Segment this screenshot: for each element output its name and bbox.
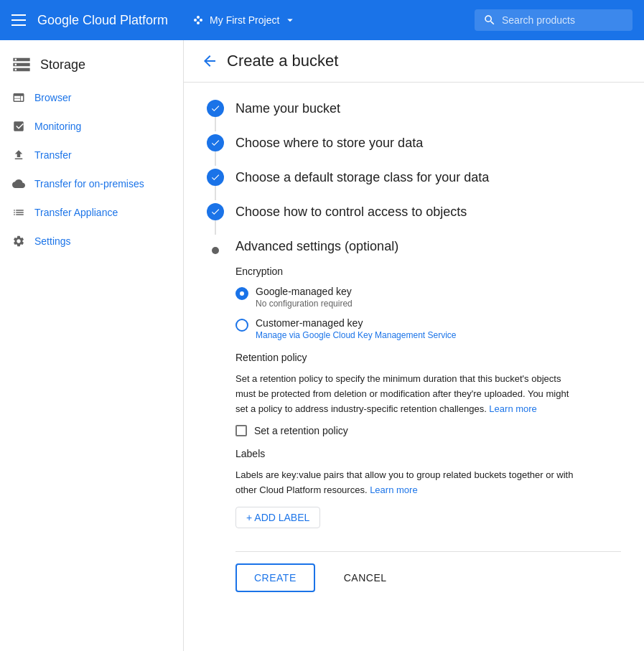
sidebar: Storage Browser Monitoring Transfer Tran bbox=[0, 40, 184, 651]
sidebar-item-browser[interactable]: Browser bbox=[0, 83, 183, 112]
retention-checkbox[interactable] bbox=[235, 425, 247, 436]
step-storage-class: Choose a default storage class for your … bbox=[207, 169, 621, 200]
radio-google-managed[interactable]: Google-managed key No configuration requ… bbox=[235, 286, 621, 309]
radio-customer-managed[interactable]: Customer-managed key Manage via Google C… bbox=[235, 317, 621, 340]
page-header: Create a bucket bbox=[184, 40, 644, 83]
list-icon bbox=[11, 205, 26, 220]
step-name-label[interactable]: Name your bucket bbox=[235, 100, 340, 116]
sidebar-item-browser-label: Browser bbox=[34, 92, 71, 103]
sidebar-item-transfer-on-premises-label: Transfer for on-premises bbox=[34, 178, 144, 189]
step-advanced-label[interactable]: Advanced settings (optional) bbox=[235, 238, 398, 254]
sidebar-item-transfer-appliance-label: Transfer Appliance bbox=[34, 207, 118, 218]
steps-area: Name your bucket Choose where to store y… bbox=[184, 83, 644, 609]
step-check-icon-3 bbox=[207, 169, 224, 186]
retention-checkbox-label: Set a retention policy bbox=[254, 425, 348, 436]
labels-learn-more-link[interactable]: Learn more bbox=[370, 484, 417, 495]
radio-google-managed-sublabel: No configuration required bbox=[256, 299, 353, 309]
storage-icon bbox=[11, 55, 32, 75]
chevron-down-icon bbox=[284, 14, 297, 27]
svg-point-2 bbox=[200, 19, 202, 22]
retention-desc: Set a retention policy to specify the mi… bbox=[235, 372, 580, 416]
retention-header: Retention policy bbox=[235, 352, 621, 363]
step-name: Name your bucket bbox=[207, 100, 621, 131]
sidebar-item-transfer[interactable]: Transfer bbox=[0, 141, 183, 169]
cloud-icon bbox=[11, 177, 26, 191]
step-advanced: Advanced settings (optional) bbox=[207, 238, 621, 254]
svg-point-3 bbox=[197, 22, 200, 24]
main-layout: Storage Browser Monitoring Transfer Tran bbox=[0, 40, 644, 651]
cancel-button[interactable]: CANCEL bbox=[327, 565, 404, 591]
sidebar-item-monitoring[interactable]: Monitoring bbox=[0, 112, 183, 141]
project-icon bbox=[191, 13, 205, 27]
search-icon bbox=[483, 14, 496, 27]
step-dot-icon-5 bbox=[212, 247, 219, 254]
step-location-label[interactable]: Choose where to store your data bbox=[235, 134, 423, 151]
page-title: Create a bucket bbox=[227, 52, 338, 70]
labels-header: Labels bbox=[235, 448, 621, 459]
sidebar-title: Storage bbox=[40, 57, 85, 72]
sidebar-item-transfer-label: Transfer bbox=[34, 149, 72, 161]
sidebar-item-settings-label: Settings bbox=[34, 235, 71, 247]
database-icon bbox=[11, 90, 26, 105]
action-bar: CREATE CANCEL bbox=[235, 551, 621, 592]
radio-customer-managed-input[interactable] bbox=[235, 319, 248, 332]
svg-point-0 bbox=[194, 19, 197, 22]
create-button[interactable]: CREATE bbox=[235, 563, 315, 592]
step-storage-class-label[interactable]: Choose a default storage class for your … bbox=[235, 169, 489, 185]
menu-icon[interactable] bbox=[11, 14, 26, 26]
step-location: Choose where to store your data bbox=[207, 134, 621, 166]
back-button[interactable] bbox=[201, 52, 218, 70]
add-label-btn-label: + ADD LABEL bbox=[246, 512, 309, 523]
step-check-icon-2 bbox=[207, 134, 224, 151]
step-check-icon-4 bbox=[207, 203, 224, 220]
gear-icon bbox=[11, 234, 26, 248]
main-content: Create a bucket Name your bucket bbox=[184, 40, 644, 651]
top-nav: Google Cloud Platform My First Project bbox=[0, 0, 644, 40]
sidebar-header: Storage bbox=[0, 46, 183, 83]
radio-customer-managed-sublabel: Manage via Google Cloud Key Management S… bbox=[256, 330, 457, 340]
sidebar-item-settings[interactable]: Settings bbox=[0, 227, 183, 256]
svg-point-1 bbox=[197, 16, 200, 19]
search-bar[interactable] bbox=[475, 9, 633, 31]
app-logo: Google Cloud Platform bbox=[37, 13, 168, 28]
step-access: Choose how to control access to objects bbox=[207, 203, 621, 235]
radio-google-managed-input[interactable] bbox=[235, 287, 248, 300]
step-access-label[interactable]: Choose how to control access to objects bbox=[235, 203, 467, 220]
sidebar-item-transfer-appliance[interactable]: Transfer Appliance bbox=[0, 198, 183, 227]
retention-checkbox-row: Set a retention policy bbox=[235, 425, 621, 436]
advanced-settings-section: Encryption Google-managed key No configu… bbox=[207, 266, 621, 592]
project-selector[interactable]: My First Project bbox=[191, 13, 297, 27]
transfer-icon bbox=[11, 148, 26, 162]
radio-customer-managed-label: Customer-managed key bbox=[256, 317, 457, 329]
retention-learn-more-link[interactable]: Learn more bbox=[489, 403, 536, 414]
labels-desc: Labels are key:value pairs that allow yo… bbox=[235, 468, 580, 498]
step-check-icon-1 bbox=[207, 100, 224, 117]
add-label-button[interactable]: + ADD LABEL bbox=[235, 507, 320, 528]
encryption-header: Encryption bbox=[235, 266, 621, 277]
sidebar-item-monitoring-label: Monitoring bbox=[34, 121, 81, 132]
project-name: My First Project bbox=[210, 14, 279, 26]
search-input[interactable] bbox=[502, 14, 610, 26]
sidebar-item-transfer-on-premises[interactable]: Transfer for on-premises bbox=[0, 169, 183, 198]
chart-icon bbox=[11, 119, 26, 134]
radio-google-managed-label: Google-managed key bbox=[256, 286, 353, 297]
